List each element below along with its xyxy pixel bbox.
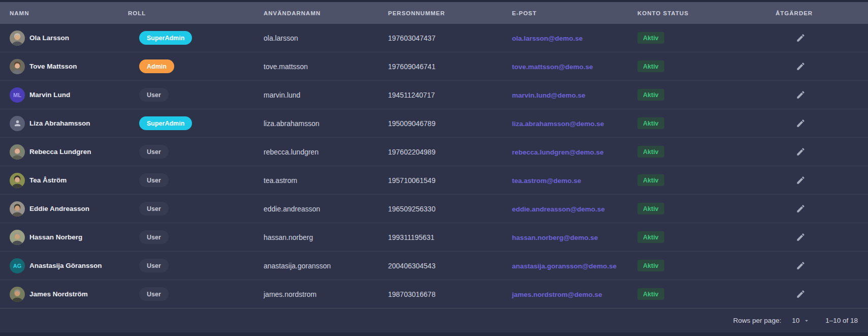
email-link[interactable]: tove.mattsson@demo.se [512, 63, 593, 71]
personnummer-cell: 199311195631 [388, 233, 512, 241]
personnummer-cell: 197609046741 [388, 63, 512, 71]
rows-per-page-select[interactable]: 10 [792, 317, 810, 324]
pagination-range: 1–10 of 18 [825, 317, 858, 324]
actions-cell [776, 230, 868, 244]
avatar [10, 287, 25, 302]
role-cell: SuperAdmin [128, 31, 264, 45]
username-cell: marvin.lund [264, 91, 388, 99]
status-cell: Aktiv [637, 117, 776, 129]
role-badge: User [139, 173, 169, 187]
edit-button[interactable] [794, 202, 808, 216]
pencil-icon [796, 232, 806, 242]
avatar: AG [10, 258, 25, 273]
edit-button[interactable] [794, 116, 808, 130]
status-cell: Aktiv [637, 231, 776, 243]
status-badge: Aktiv [637, 32, 664, 44]
username-cell: anastasija.goransson [264, 262, 388, 270]
status-badge: Aktiv [637, 146, 664, 158]
status-badge: Aktiv [637, 260, 664, 271]
status-cell: Aktiv [637, 174, 776, 186]
edit-button[interactable] [794, 230, 808, 244]
name-cell: Tove Mattsson [10, 59, 128, 74]
table-row: Ola Larsson SuperAdmin ola.larsson 19760… [0, 24, 868, 52]
avatar [10, 144, 25, 160]
name-cell: Liza Abrahamsson [10, 116, 128, 131]
username-cell: eddie.andreasson [264, 205, 388, 213]
portrait-photo [10, 30, 25, 46]
status-badge: Aktiv [637, 174, 664, 186]
rows-per-page-label: Rows per page: [733, 317, 782, 324]
person-icon [13, 119, 22, 128]
user-name: Hassan Norberg [29, 233, 82, 241]
pencil-icon [796, 62, 806, 71]
username-cell: james.nordstrom [264, 290, 388, 298]
role-badge: User [139, 88, 169, 102]
name-cell: Eddie Andreasson [10, 201, 128, 217]
edit-button[interactable] [794, 31, 808, 45]
column-header-personnummer: PERSONNUMMER [388, 10, 512, 16]
email-link[interactable]: liza.abrahamsson@demo.se [512, 120, 604, 128]
role-cell: User [128, 259, 264, 272]
actions-cell [776, 59, 868, 73]
personnummer-cell: 196509256330 [388, 205, 512, 213]
table-header: NAMN ROLL ANVÄNDARNAMN PERSONNUMMER E-PO… [0, 0, 868, 24]
personnummer-cell: 197603047437 [388, 34, 512, 42]
personnummer-cell: 200406304543 [388, 262, 512, 270]
column-header-namn: NAMN [10, 10, 128, 16]
table-row: Liza Abrahamsson SuperAdmin liza.abraham… [0, 109, 868, 138]
column-header-konto-status: KONTO STATUS [637, 10, 776, 16]
user-name: Tea Åström [29, 176, 67, 184]
status-cell: Aktiv [637, 60, 776, 72]
personnummer-cell: 197602204989 [388, 148, 512, 156]
email-cell: eddie.andreasson@demo.se [512, 204, 637, 213]
role-badge: SuperAdmin [139, 31, 192, 45]
user-name: Eddie Andreasson [29, 205, 89, 212]
pencil-icon [796, 33, 806, 43]
edit-button[interactable] [794, 145, 808, 159]
email-link[interactable]: tea.astrom@demo.se [512, 177, 581, 185]
status-cell: Aktiv [637, 32, 776, 44]
actions-cell [776, 259, 868, 272]
edit-button[interactable] [794, 88, 808, 102]
email-link[interactable]: eddie.andreasson@demo.se [512, 205, 605, 213]
table-row: Tea Åström User tea.astrom 195710061549 … [0, 166, 868, 195]
column-header-atgarder: ÅTGÄRDER [776, 10, 868, 16]
email-link[interactable]: hassan.norberg@demo.se [512, 234, 598, 241]
username-cell: tove.mattsson [264, 63, 388, 71]
email-link[interactable]: anastasija.goransson@demo.se [512, 262, 617, 270]
email-link[interactable]: rebecca.lundgren@demo.se [512, 148, 603, 156]
table-row: James Nordström User james.nordstrom 198… [0, 280, 868, 309]
status-cell: Aktiv [637, 288, 776, 300]
username-cell: rebecca.lundgren [264, 148, 388, 156]
user-name: Tove Mattsson [29, 63, 77, 70]
edit-button[interactable] [794, 287, 808, 301]
portrait-photo [10, 201, 25, 217]
role-cell: Admin [128, 59, 264, 73]
username-cell: tea.astrom [264, 176, 388, 185]
avatar [10, 173, 25, 188]
table-row: AG Anastasija Göransson User anastasija.… [0, 252, 868, 280]
user-name: Rebecca Lundgren [29, 148, 91, 156]
personnummer-cell: 198703016678 [388, 290, 512, 298]
edit-button[interactable] [794, 259, 808, 272]
edit-button[interactable] [794, 173, 808, 187]
user-name: Liza Abrahamsson [29, 119, 90, 127]
email-link[interactable]: marvin.lund@demo.se [512, 91, 585, 99]
edit-button[interactable] [794, 59, 808, 73]
status-badge: Aktiv [637, 117, 664, 129]
pencil-icon [796, 147, 806, 157]
status-cell: Aktiv [637, 260, 776, 271]
role-badge: User [139, 145, 169, 159]
email-cell: james.nordstrom@demo.se [512, 290, 637, 299]
status-cell: Aktiv [637, 203, 776, 215]
portrait-photo [10, 144, 25, 160]
email-link[interactable]: james.nordstrom@demo.se [512, 291, 602, 298]
pencil-icon [796, 261, 806, 270]
user-name: Ola Larsson [29, 34, 69, 42]
email-cell: ola.larsson@demo.se [512, 34, 637, 43]
actions-cell [776, 202, 868, 216]
email-link[interactable]: ola.larsson@demo.se [512, 35, 583, 42]
status-badge: Aktiv [637, 203, 664, 215]
pagination-bar: Rows per page: 10 1–10 of 18 [0, 309, 868, 332]
email-cell: tea.astrom@demo.se [512, 176, 637, 185]
